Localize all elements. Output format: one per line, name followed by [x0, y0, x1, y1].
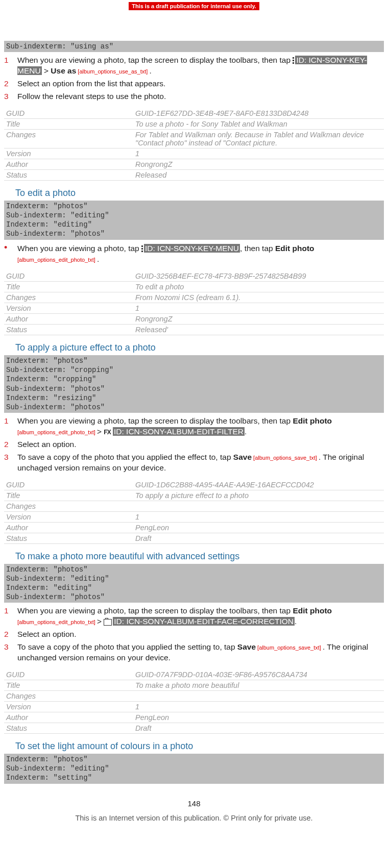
- meta-label: GUID: [4, 669, 133, 680]
- meta-table: GUIDGUID-1D6C2B88-4A95-4AAE-AA9E-16AECFC…: [4, 480, 384, 544]
- step-number: 3: [4, 642, 12, 663]
- text: .: [97, 255, 99, 263]
- bullet-text: When you are viewing a photo, tap ID: IC…: [17, 243, 384, 265]
- section-title: To set the light amount of colours in a …: [4, 734, 384, 754]
- meta-label: Author: [4, 159, 133, 169]
- section-title: To make a photo more beautiful with adva…: [4, 544, 384, 564]
- meta-value: 1: [133, 148, 384, 159]
- text: When you are viewing a photo, tap the sc…: [17, 606, 293, 615]
- meta-label: Status: [4, 325, 133, 335]
- meta-value: Released: [133, 169, 384, 180]
- indexterm-block: Indexterm: "photos" Sub-indexterm: "crop…: [4, 355, 384, 413]
- text: When you are viewing a photo, tap the sc…: [17, 416, 293, 425]
- step-text: Select an option.: [17, 629, 76, 640]
- step-text: When you are viewing a photo, tap the sc…: [17, 55, 384, 77]
- id-ref: ID: ICN-SONY-ALBUM-EDIT-FACE-CORRECTION: [113, 617, 295, 626]
- face-correction-icon: [104, 619, 112, 626]
- id-ref: ID: ICN-SONY-ALBUM-EDIT-FILTER: [113, 427, 245, 436]
- fx-icon: FX: [104, 429, 110, 436]
- meta-label: Author: [4, 712, 133, 723]
- meta-value: Released': [133, 325, 384, 335]
- draft-banner: This is a draft publication for internal…: [129, 2, 259, 10]
- steps-list: 1 When you are viewing a photo, tap the …: [4, 605, 384, 664]
- footer-text: This is an Internet version of this publ…: [4, 808, 384, 825]
- meta-value: Draft: [133, 723, 384, 734]
- separator: >: [42, 66, 51, 75]
- meta-label: Changes: [4, 691, 133, 702]
- text: To save a copy of the photo that you app…: [17, 642, 237, 651]
- text: To save a copy of the photo that you app…: [17, 453, 233, 461]
- meta-value: From Nozomi ICS (edream 6.1).: [133, 292, 384, 303]
- step-number: 3: [4, 452, 12, 474]
- edit-photo-label: Edit photo: [293, 606, 332, 615]
- meta-value: GUID-3256B4EF-EC78-4F73-BB9F-2574825B4B9…: [133, 271, 384, 282]
- step-number: 3: [4, 91, 12, 102]
- meta-label: Version: [4, 702, 133, 712]
- string-ref: [album_options_save_txt]: [252, 455, 319, 461]
- steps-list: 1 When you are viewing a photo, tap the …: [4, 54, 384, 103]
- meta-value: For Tablet and Walkman only. Because in …: [133, 129, 384, 148]
- meta-value: 1: [133, 303, 384, 314]
- meta-label: GUID: [4, 271, 133, 282]
- id-ref: ID: ICN-SONY-KEY-MENU: [144, 244, 240, 253]
- meta-value: 1: [133, 702, 384, 712]
- step-number: 1: [4, 606, 12, 627]
- separator: >: [97, 617, 104, 626]
- meta-value: 1: [133, 511, 384, 522]
- meta-value: To edit a photo: [133, 282, 384, 292]
- meta-value: RongrongZ: [133, 159, 384, 169]
- step-text: When you are viewing a photo, tap the sc…: [17, 416, 384, 437]
- meta-value: [133, 691, 384, 702]
- meta-label: Changes: [4, 501, 133, 511]
- separator: >: [97, 427, 104, 436]
- meta-value: PengLeon: [133, 522, 384, 533]
- step-text: Select an option from the list that appe…: [17, 79, 165, 89]
- meta-value: To apply a picture effect to a photo: [133, 490, 384, 501]
- meta-value: GUID-1EF627DD-3E4B-49E7-8AF0-E8133D8D424…: [133, 108, 384, 119]
- step-text: To save a copy of the photo that you app…: [17, 452, 384, 474]
- step-text: When you are viewing a photo, tap the sc…: [17, 606, 384, 627]
- section-title: To apply a picture effect to a photo: [4, 335, 384, 355]
- meta-label: Author: [4, 314, 133, 325]
- meta-table: GUIDGUID-1EF627DD-3E4B-49E7-8AF0-E8133D8…: [4, 108, 384, 181]
- save-label: Save: [233, 453, 252, 461]
- meta-label: Title: [4, 680, 133, 691]
- menu-dots-icon: [293, 57, 295, 64]
- bullet-icon: •: [4, 243, 12, 265]
- meta-label: Title: [4, 118, 133, 129]
- meta-value: PengLeon: [133, 712, 384, 723]
- indexterm-block: Indexterm: "photos" Sub-indexterm: "edit…: [4, 564, 384, 603]
- meta-label: Status: [4, 169, 133, 180]
- indexterm-block: Indexterm: "photos" Sub-indexterm: "edit…: [4, 754, 384, 784]
- step-number: 1: [4, 416, 12, 437]
- meta-table: GUIDGUID-07A7F9DD-010A-403E-9F86-A9576C8…: [4, 669, 384, 734]
- meta-label: Title: [4, 282, 133, 292]
- string-ref: [album_options_edit_photo_txt]: [17, 429, 97, 435]
- text: When you are viewing a photo, tap: [17, 244, 141, 253]
- text: When you are viewing a photo, tap the sc…: [17, 56, 293, 64]
- meta-label: Status: [4, 723, 133, 734]
- meta-value: To make a photo more beautiful: [133, 680, 384, 691]
- string-ref: [album_options_save_txt]: [256, 644, 323, 651]
- meta-label: Version: [4, 511, 133, 522]
- meta-table: GUIDGUID-3256B4EF-EC78-4F73-BB9F-2574825…: [4, 271, 384, 335]
- meta-label: Version: [4, 148, 133, 159]
- meta-value: Draft: [133, 533, 384, 543]
- step-text: Select an option.: [17, 439, 76, 450]
- text: .: [295, 617, 297, 626]
- step-number: 2: [4, 629, 12, 640]
- step-number: 1: [4, 55, 12, 77]
- meta-label: Title: [4, 490, 133, 501]
- step-number: 2: [4, 439, 12, 450]
- meta-value: [133, 501, 384, 511]
- meta-value: RongrongZ: [133, 314, 384, 325]
- edit-photo-label: Edit photo: [275, 244, 314, 253]
- text: .: [245, 427, 247, 436]
- menu-dots-icon: [141, 245, 143, 253]
- meta-label: GUID: [4, 480, 133, 490]
- meta-label: GUID: [4, 108, 133, 119]
- steps-list: 1 When you are viewing a photo, tap the …: [4, 415, 384, 475]
- page-number: 148: [4, 784, 384, 808]
- string-ref: [album_options_use_as_txt]: [76, 68, 149, 75]
- step-number: 2: [4, 79, 12, 89]
